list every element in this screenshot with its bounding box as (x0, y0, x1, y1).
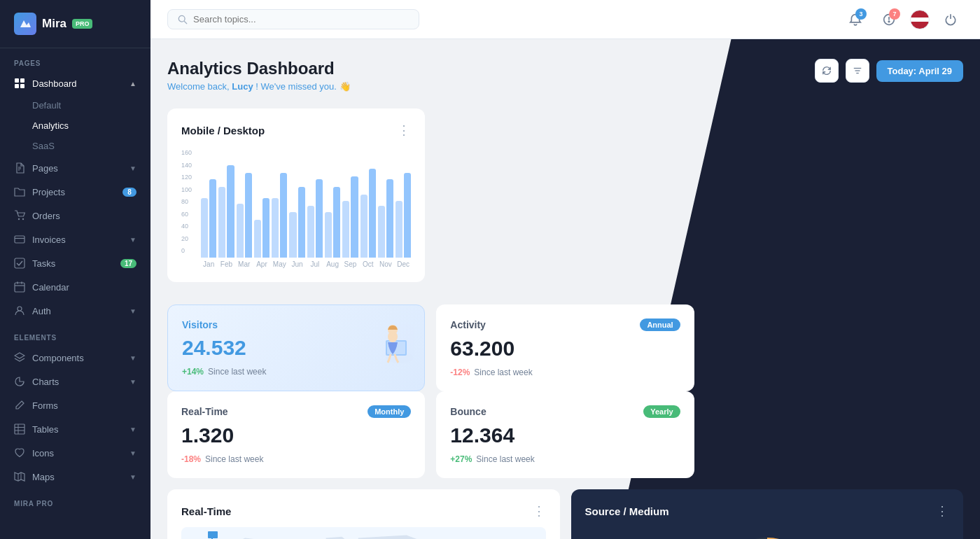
orders-label: Orders (32, 211, 60, 221)
svg-line-23 (184, 21, 187, 24)
sidebar-subitem-saas[interactable]: SaaS (0, 136, 150, 156)
bounce-since: Since last week (476, 454, 534, 464)
realtime-label: Real-Time (181, 406, 228, 417)
visitors-card: Visitors 24.532 +14% Since last week (167, 304, 425, 391)
activity-badge: Annual (640, 318, 680, 331)
logo-icon (14, 13, 36, 35)
layers-icon (14, 352, 25, 363)
sidebar-item-components[interactable]: Components ▼ (0, 346, 150, 370)
content-area: Analytics Dashboard Welcome back, Lucy !… (150, 39, 980, 539)
page-title: Analytics Dashboard (167, 59, 351, 78)
visitors-change: +14% (182, 367, 204, 377)
mobile-desktop-header: Mobile / Desktop ⋮ (181, 122, 411, 138)
svg-rect-15 (15, 424, 24, 434)
donut-chart-wrap: +23% new visitors (585, 530, 950, 539)
svg-point-13 (18, 307, 22, 311)
power-icon (944, 13, 957, 26)
activity-since: Since last week (474, 368, 532, 377)
svg-rect-1 (20, 78, 24, 83)
bar-chart-container: 160140120100806040200 (181, 149, 411, 268)
source-more-button[interactable]: ⋮ (936, 503, 949, 519)
map-more-button[interactable]: ⋮ (533, 503, 546, 519)
projects-badge: 8 (122, 188, 136, 197)
svg-rect-2 (15, 84, 19, 88)
page-title-area: Analytics Dashboard Welcome back, Lucy !… (167, 59, 351, 92)
source-header: Source / Medium ⋮ (585, 503, 950, 519)
y-axis-labels: 160140120100806040200 (181, 149, 192, 254)
app-name: Mira (42, 17, 66, 31)
realtime-value: 1.320 (181, 424, 411, 447)
map-header: Real-Time ⋮ (181, 503, 546, 519)
filter-button[interactable] (846, 59, 869, 83)
search-icon (178, 15, 188, 24)
user-icon (14, 305, 25, 316)
auth-label: Auth (32, 306, 51, 316)
realtime-badge: Monthly (368, 405, 411, 418)
topnav-right: 3 7 (843, 7, 963, 32)
bounce-change: +27% (450, 454, 472, 464)
sidebar-item-maps[interactable]: Maps ▼ (0, 465, 150, 489)
realtime-since: Since last week (205, 454, 263, 464)
refresh-button[interactable] (815, 59, 839, 83)
alerts-badge: 7 (889, 8, 900, 20)
map-svg (181, 527, 546, 539)
svg-point-22 (178, 15, 185, 22)
notifications-button[interactable]: 3 (843, 7, 868, 32)
tables-label: Tables (32, 424, 59, 435)
chevron-up-icon: ▲ (130, 80, 136, 88)
sidebar-item-pages[interactable]: Pages ▼ (0, 156, 150, 180)
check-square-icon (14, 258, 25, 269)
sidebar-item-calendar[interactable]: Calendar (0, 275, 150, 299)
sidebar-item-tables[interactable]: Tables ▼ (0, 417, 150, 441)
sidebar-item-invoices[interactable]: Invoices ▼ (0, 227, 150, 251)
svg-point-4 (18, 218, 20, 220)
header-actions: Today: April 29 (815, 59, 963, 83)
sidebar-item-tasks[interactable]: Tasks 17 (0, 251, 150, 275)
x-axis-labels: Jan Feb Mar Apr May Jun Jul Aug Sep Oct (201, 260, 411, 268)
search-bar[interactable] (167, 9, 419, 29)
sidebar-item-auth[interactable]: Auth ▼ (0, 299, 150, 323)
mobile-desktop-more-button[interactable]: ⋮ (398, 122, 411, 138)
activity-footer: -12% Since last week (450, 368, 680, 377)
sidebar-item-dashboard[interactable]: Dashboard ▲ (0, 71, 150, 95)
page-header: Analytics Dashboard Welcome back, Lucy !… (167, 59, 963, 92)
flag-button[interactable] (910, 10, 930, 29)
sidebar-item-charts[interactable]: Charts ▼ (0, 370, 150, 393)
icons-chevron-icon: ▼ (130, 449, 136, 457)
sidebar-item-projects[interactable]: Projects 8 (0, 180, 150, 204)
power-button[interactable] (938, 7, 963, 32)
chevron-down-icon: ▼ (130, 164, 136, 172)
bar-chart-bars (201, 149, 411, 258)
sidebar-item-forms[interactable]: Forms (0, 393, 150, 417)
sidebar-subitem-analytics[interactable]: Analytics (0, 115, 150, 136)
sidebar-item-orders[interactable]: Orders (0, 204, 150, 227)
svg-marker-14 (15, 353, 24, 358)
table-icon (14, 424, 25, 435)
search-input[interactable] (193, 14, 409, 24)
edit-icon (14, 400, 25, 411)
calendar-icon (14, 281, 25, 293)
sidebar: Mira PRO PAGES Dashboard ▲ Default Analy… (0, 0, 150, 539)
pro-badge: PRO (72, 19, 93, 29)
heart-icon (14, 447, 25, 458)
pages-label: Pages (32, 163, 58, 174)
invoices-label: Invoices (32, 234, 66, 245)
sidebar-subitem-default[interactable]: Default (0, 95, 150, 115)
svg-rect-8 (15, 258, 24, 268)
sidebar-item-icons[interactable]: Icons ▼ (0, 441, 150, 465)
alerts-button[interactable]: 7 (876, 7, 902, 32)
forms-label: Forms (32, 400, 58, 411)
components-chevron-icon: ▼ (130, 354, 136, 362)
main-content: 3 7 (150, 0, 980, 539)
notifications-badge: 3 (855, 8, 867, 20)
svg-rect-9 (15, 283, 24, 292)
elements-section-label: ELEMENTS (0, 323, 150, 346)
activity-label: Activity (450, 319, 486, 330)
svg-rect-3 (20, 84, 24, 88)
charts-chevron-icon: ▼ (130, 378, 136, 386)
realtime-card: Real-Time Monthly 1.320 -18% Since last … (167, 391, 425, 478)
tasks-label: Tasks (32, 258, 55, 269)
source-title: Source / Medium (585, 505, 669, 517)
content-wrapper: Analytics Dashboard Welcome back, Lucy !… (150, 39, 980, 539)
date-button[interactable]: Today: April 29 (876, 60, 963, 82)
